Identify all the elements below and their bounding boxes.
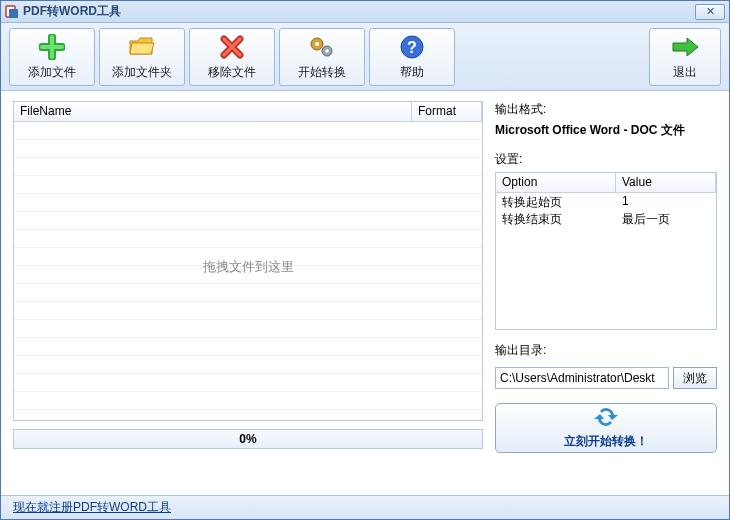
col-option[interactable]: Option [496,173,616,192]
folder-icon [128,32,156,62]
settings-label: 设置: [495,151,717,168]
file-list-rows[interactable]: 拖拽文件到这里 [14,122,482,420]
app-icon [5,5,19,19]
output-format-label: 输出格式: [495,101,717,118]
output-dir-row: 浏览 [495,367,717,389]
start-convert-label: 开始转换 [298,64,346,81]
app-window: PDF转WORD工具 ✕ 添加文件 添加文件夹 [0,0,730,520]
remove-file-button[interactable]: 移除文件 [189,28,275,86]
file-list-header: FileName Format [14,102,482,122]
options-header: Option Value [496,173,716,193]
drag-placeholder: 拖拽文件到这里 [203,258,294,276]
toolbar: 添加文件 添加文件夹 移除文件 [1,23,729,91]
remove-file-label: 移除文件 [208,64,256,81]
close-icon: ✕ [706,5,715,18]
progress-bar: 0% [13,429,483,449]
option-name: 转换起始页 [496,193,616,210]
add-file-button[interactable]: 添加文件 [9,28,95,86]
register-link[interactable]: 现在就注册PDF转WORD工具 [13,499,171,516]
svg-rect-1 [9,9,18,18]
output-format-value: Microsoft Office Word - DOC 文件 [495,122,717,139]
convert-icon [594,406,618,431]
close-button[interactable]: ✕ [695,4,725,20]
file-list-table[interactable]: FileName Format 拖拽文件到这里 [13,101,483,421]
col-value[interactable]: Value [616,173,716,192]
start-convert-button[interactable]: 开始转换 [279,28,365,86]
help-button[interactable]: ? 帮助 [369,28,455,86]
options-table: Option Value 转换起始页 1 转换结束页 最后一页 [495,172,717,330]
option-value: 1 [616,193,716,210]
output-dir-input[interactable] [495,367,669,389]
exit-label: 退出 [673,64,697,81]
svg-point-5 [325,49,329,53]
table-row[interactable]: 转换起始页 1 [496,193,716,210]
convert-now-button[interactable]: 立刻开始转换！ [495,403,717,453]
add-file-label: 添加文件 [28,64,76,81]
option-value: 最后一页 [616,210,716,227]
plus-icon [39,32,65,62]
left-pane: FileName Format 拖拽文件到这里 0% [13,101,483,489]
col-format[interactable]: Format [412,102,482,121]
output-dir-label: 输出目录: [495,342,717,359]
help-label: 帮助 [400,64,424,81]
remove-icon [220,32,244,62]
option-name: 转换结束页 [496,210,616,227]
add-folder-button[interactable]: 添加文件夹 [99,28,185,86]
table-row[interactable]: 转换结束页 最后一页 [496,210,716,227]
content-area: FileName Format 拖拽文件到这里 0% 输出格式: Microso… [1,91,729,495]
right-pane: 输出格式: Microsoft Office Word - DOC 文件 设置:… [495,101,717,489]
svg-text:?: ? [407,39,417,56]
svg-point-3 [315,42,319,46]
convert-now-label: 立刻开始转换！ [564,433,648,450]
titlebar: PDF转WORD工具 ✕ [1,1,729,23]
gears-icon [308,32,336,62]
exit-arrow-icon [671,32,699,62]
browse-button[interactable]: 浏览 [673,367,717,389]
footer: 现在就注册PDF转WORD工具 [1,495,729,519]
add-folder-label: 添加文件夹 [112,64,172,81]
exit-button[interactable]: 退出 [649,28,721,86]
col-filename[interactable]: FileName [14,102,412,121]
help-icon: ? [400,32,424,62]
progress-text: 0% [239,432,256,446]
window-title: PDF转WORD工具 [23,3,695,20]
